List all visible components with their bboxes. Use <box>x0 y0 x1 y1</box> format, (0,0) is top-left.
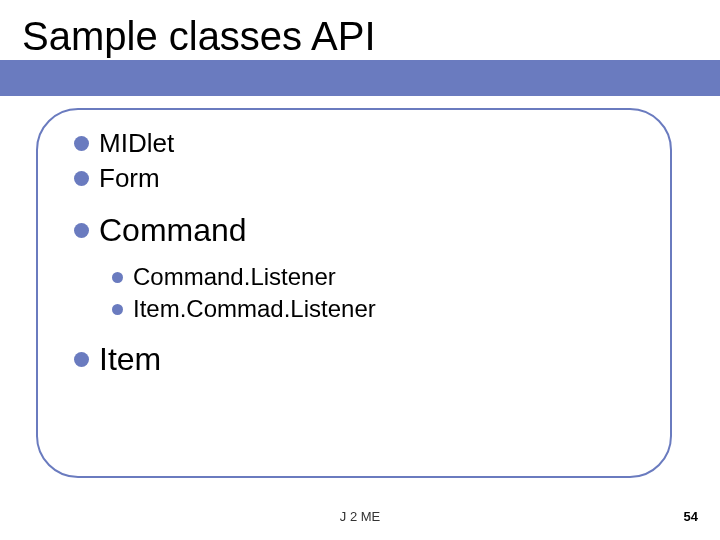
bullet-icon <box>74 352 89 367</box>
bullet-item-commad-listener: Item.Commad.Listener <box>112 295 634 323</box>
bullet-label: Command <box>99 212 247 249</box>
bullet-label: Command.Listener <box>133 263 336 291</box>
bullet-command: Command <box>74 212 634 249</box>
bullet-command-listener: Command.Listener <box>112 263 634 291</box>
bullet-icon <box>112 304 123 315</box>
bullet-label: Form <box>99 163 160 194</box>
bullet-label: MIDlet <box>99 128 174 159</box>
bullet-midlet: MIDlet <box>74 128 634 159</box>
bullet-list: MIDlet Form Command Command.Listener Ite… <box>74 128 634 382</box>
bullet-label: Item <box>99 341 161 378</box>
bullet-form: Form <box>74 163 634 194</box>
bullet-icon <box>112 272 123 283</box>
bullet-item: Item <box>74 341 634 378</box>
title-accent-bar <box>0 60 720 96</box>
slide-title: Sample classes API <box>22 14 376 59</box>
slide: Sample classes API MIDlet Form Command C… <box>0 0 720 540</box>
bullet-icon <box>74 171 89 186</box>
bullet-icon <box>74 223 89 238</box>
footer-center: J 2 ME <box>0 509 720 524</box>
bullet-label: Item.Commad.Listener <box>133 295 376 323</box>
page-number: 54 <box>684 509 698 524</box>
bullet-icon <box>74 136 89 151</box>
